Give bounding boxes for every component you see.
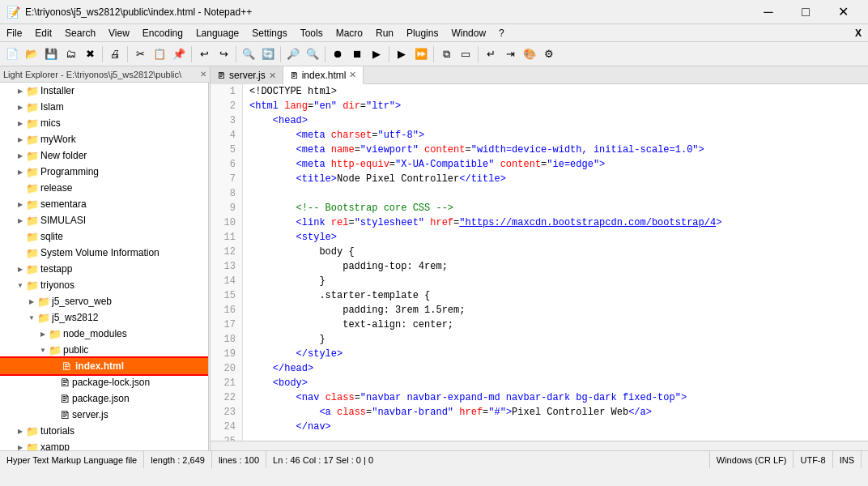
explorer-close[interactable]: ✕ [200, 70, 206, 79]
toolbar-theme[interactable]: 🎨 [521, 45, 538, 63]
tree-item[interactable]: 🖹server.js [0, 407, 208, 423]
tree-arrow-right-icon[interactable]: ▶ [15, 198, 26, 210]
tree-item[interactable]: ▼📁j5_ws2812 [0, 309, 208, 326]
tree-item[interactable]: ▶📁tutorials [0, 423, 208, 439]
line-number: 15 [217, 288, 236, 303]
menu-x[interactable]: X [849, 24, 868, 41]
toolbar-print[interactable]: 🖨 [106, 45, 124, 63]
tab-index-html-icon: 🖹 [290, 70, 299, 80]
toolbar-copy[interactable]: 📋 [151, 45, 168, 63]
toolbar-save-all[interactable]: 🗂 [62, 45, 79, 63]
menu-settings[interactable]: Settings [245, 24, 293, 41]
tree-item[interactable]: ▼📁triyonos [0, 277, 208, 293]
toolbar-settings[interactable]: ⚙ [540, 45, 558, 63]
tree-item[interactable]: ▶📁myWork [0, 131, 208, 147]
tree-item[interactable]: ▼📁public [0, 342, 208, 358]
tree-arrow-right-icon[interactable]: ▶ [15, 441, 26, 450]
toolbar-run2[interactable]: ⏩ [412, 45, 430, 63]
tree-item[interactable]: ▶📁testapp [0, 261, 208, 277]
menu-run[interactable]: Run [369, 24, 400, 41]
toolbar-open[interactable]: 📂 [23, 45, 40, 63]
tree-arrow-right-icon[interactable]: ▶ [15, 101, 26, 113]
toolbar-indent[interactable]: ⇥ [501, 45, 519, 63]
toolbar-new[interactable]: 📄 [3, 45, 21, 63]
toolbar-split-v[interactable]: ⧉ [437, 45, 455, 63]
code-line: <!DOCTYPE html> [249, 84, 862, 99]
tree-item[interactable]: 📁sqlite [0, 228, 208, 245]
tree-item[interactable]: ▶📁mics [0, 115, 208, 131]
tree-item[interactable]: ▶📁New folder [0, 147, 208, 164]
h-scrollbar[interactable] [211, 441, 868, 450]
menu-view[interactable]: View [102, 24, 136, 41]
tree-item[interactable]: 📁System Volume Information [0, 245, 208, 261]
toolbar-replace[interactable]: 🔄 [259, 45, 277, 63]
tree-arrow-right-icon[interactable]: ▶ [15, 263, 26, 275]
tree-arrow-right-icon[interactable]: ▶ [15, 134, 26, 145]
status-line-ending: Windows (CR LF) [710, 451, 794, 468]
minimize-button[interactable]: ─ [750, 0, 787, 24]
tree-label: Islam [40, 101, 64, 113]
tab-index-html-close[interactable]: ✕ [349, 70, 356, 80]
tab-server-js-close[interactable]: ✕ [269, 70, 276, 81]
toolbar-save[interactable]: 💾 [42, 45, 60, 63]
tab-server-js[interactable]: 🖹 server.js ✕ [211, 66, 283, 84]
toolbar-zoom-in[interactable]: 🔎 [284, 45, 302, 63]
tree-item[interactable]: ▶📁xampp [0, 439, 208, 450]
file-explorer[interactable]: ▶📁Installer▶📁Islam▶📁mics▶📁myWork▶📁New fo… [0, 83, 209, 450]
tree-arrow-right-icon[interactable]: ▶ [15, 425, 26, 437]
tree-folder-icon: 📁 [26, 441, 39, 451]
status-bar: Hyper Text Markup Language file length :… [0, 450, 868, 468]
tree-arrow-right-icon[interactable]: ▶ [15, 166, 26, 177]
toolbar-redo[interactable]: ↪ [215, 45, 232, 63]
tree-item[interactable]: ▶📁sementara [0, 196, 208, 212]
menu-search[interactable]: Search [58, 24, 102, 41]
toolbar-zoom-out[interactable]: 🔍 [304, 45, 321, 63]
toolbar-wrap[interactable]: ↵ [482, 45, 500, 63]
code-content[interactable]: 1234567891011121314151617181920212223242… [211, 84, 868, 441]
line-number: 8 [217, 186, 236, 201]
tree-item[interactable]: ▶📁Installer [0, 83, 208, 99]
toolbar-macro-play[interactable]: ▶ [368, 45, 385, 63]
toolbar-macro-stop[interactable]: ⏹ [348, 45, 366, 63]
tree-label: SIMULASI [40, 215, 86, 226]
tree-arrow-right-icon[interactable]: ▶ [15, 150, 26, 161]
menu-help[interactable]: ? [492, 24, 511, 41]
toolbar-cut[interactable]: ✂ [131, 45, 149, 63]
menu-language[interactable]: Language [189, 24, 245, 41]
menu-file[interactable]: File [0, 24, 28, 41]
tree-arrow-right-icon[interactable]: ▶ [26, 296, 37, 307]
toolbar-paste[interactable]: 📌 [170, 45, 188, 63]
tree-item[interactable]: 🖹package-lock.json [0, 374, 208, 390]
tree-arrow-down-icon[interactable]: ▼ [26, 312, 37, 323]
tree-item[interactable]: ▶📁j5_servo_web [0, 293, 208, 309]
menu-plugins[interactable]: Plugins [400, 24, 445, 41]
tree-folder-icon: 🖹 [60, 377, 70, 389]
menu-window[interactable]: Window [445, 24, 492, 41]
tree-arrow-right-icon[interactable]: ▶ [15, 215, 26, 226]
toolbar-macro-rec[interactable]: ⏺ [329, 45, 347, 63]
tree-item[interactable]: ▶📁Programming [0, 164, 208, 180]
tree-arrow-right-icon[interactable]: ▶ [15, 117, 26, 129]
toolbar-run[interactable]: ▶ [393, 45, 411, 63]
toolbar-undo[interactable]: ↩ [195, 45, 213, 63]
tree-arrow-right-icon[interactable]: ▶ [15, 85, 26, 96]
tree-item[interactable]: 🖹package.json [0, 390, 208, 407]
menu-tools[interactable]: Tools [294, 24, 330, 41]
menu-edit[interactable]: Edit [28, 24, 58, 41]
toolbar-close[interactable]: ✖ [81, 45, 99, 63]
close-button[interactable]: ✕ [824, 0, 862, 24]
tree-arrow-down-icon[interactable]: ▼ [15, 279, 26, 291]
tree-item[interactable]: 📁release [0, 180, 208, 196]
maximize-button[interactable]: □ [787, 0, 824, 24]
tree-item[interactable]: ▶📁SIMULASI [0, 212, 208, 228]
tree-item[interactable]: 🖹index.html [0, 358, 208, 374]
toolbar-find[interactable]: 🔍 [240, 45, 257, 63]
toolbar-split-h[interactable]: ▭ [457, 45, 474, 63]
tree-item[interactable]: ▶📁Islam [0, 99, 208, 115]
menu-macro[interactable]: Macro [330, 24, 369, 41]
menu-encoding[interactable]: Encoding [136, 24, 189, 41]
tree-item[interactable]: ▶📁node_modules [0, 326, 208, 342]
tree-arrow-right-icon[interactable]: ▶ [37, 328, 49, 339]
tab-index-html[interactable]: 🖹 index.html ✕ [283, 66, 364, 84]
tree-arrow-down-icon[interactable]: ▼ [37, 344, 49, 356]
